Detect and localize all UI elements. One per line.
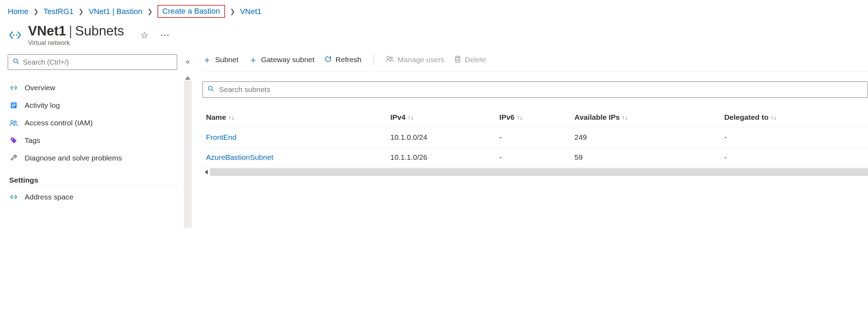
scroll-left-icon[interactable] <box>205 170 208 175</box>
svg-point-1 <box>16 34 17 36</box>
cell-delegated-to: - <box>721 147 868 168</box>
breadcrumb-highlight: Create a Bastion <box>157 5 225 18</box>
scrollbar-track[interactable] <box>210 168 868 176</box>
chevron-right-icon: ❯ <box>230 8 235 15</box>
search-icon <box>13 58 19 66</box>
sidebar-item-label: Activity log <box>25 101 60 110</box>
sidebar-item-label: Diagnose and solve problems <box>25 154 122 162</box>
title-block: VNet1 | Subnets Virtual network <box>28 24 124 47</box>
plus-icon: ＋ <box>202 55 212 64</box>
subnet-filter-input[interactable] <box>219 85 863 94</box>
svg-point-10 <box>11 120 13 123</box>
button-label: Refresh <box>335 55 361 64</box>
sidebar-item-diagnose[interactable]: Diagnose and solve problems <box>8 149 177 167</box>
svg-point-14 <box>13 197 14 198</box>
users-icon <box>386 55 394 65</box>
column-header-delegated-to[interactable]: Delegated to↑↓ <box>721 107 868 127</box>
toolbar-separator <box>373 54 374 65</box>
cell-name[interactable]: AzureBastionSubnet <box>202 147 387 168</box>
sort-icon: ↑↓ <box>515 114 523 121</box>
collapse-sidebar-button[interactable]: « <box>186 57 190 66</box>
column-label: IPv4 <box>390 113 405 121</box>
horizontal-scrollbar[interactable] <box>202 168 868 176</box>
sidebar-item-tags[interactable]: Tags <box>8 132 177 149</box>
cell-name[interactable]: FrontEnd <box>202 127 387 147</box>
button-label: Subnet <box>215 55 239 64</box>
svg-point-15 <box>14 197 15 198</box>
page-title-resource: VNet1 <box>28 24 66 39</box>
add-gateway-subnet-button[interactable]: ＋ Gateway subnet <box>249 55 315 64</box>
sidebar-search-input[interactable] <box>23 58 172 66</box>
svg-point-11 <box>14 121 17 123</box>
sidebar-item-overview[interactable]: Overview <box>8 79 177 97</box>
sidebar-item-label: Tags <box>25 136 40 145</box>
refresh-button[interactable]: Refresh <box>324 55 361 65</box>
favorite-button[interactable]: ☆ <box>140 30 148 41</box>
svg-point-16 <box>387 56 390 59</box>
svg-rect-8 <box>12 105 16 106</box>
toolbar: ＋ Subnet ＋ Gateway subnet Refresh Manage… <box>202 54 868 65</box>
table-header-row: Name↑↓ IPv4↑↓ IPv6↑↓ Available IPs↑↓ Del… <box>202 107 868 127</box>
column-header-ipv6[interactable]: IPv6↑↓ <box>496 107 571 127</box>
svg-point-17 <box>391 57 393 59</box>
refresh-icon <box>324 55 332 65</box>
wrench-icon <box>9 154 18 162</box>
svg-point-23 <box>208 86 212 90</box>
sidebar-item-label: Address space <box>25 193 73 201</box>
breadcrumb-vnet[interactable]: VNet1 <box>240 7 262 16</box>
button-label: Gateway subnet <box>261 55 315 64</box>
add-subnet-button[interactable]: ＋ Subnet <box>202 55 239 64</box>
title-separator: | <box>66 24 75 39</box>
more-actions-button[interactable]: ⋯ <box>160 30 170 41</box>
svg-line-3 <box>17 62 19 64</box>
sidebar-section-settings: Settings <box>8 167 177 186</box>
column-label: Available IPs <box>574 113 620 121</box>
svg-line-24 <box>212 90 214 92</box>
page-title: VNet1 | Subnets <box>28 24 124 39</box>
breadcrumb-vnet-bastion[interactable]: VNet1 | Bastion <box>89 7 142 16</box>
sort-icon: ↑↓ <box>226 114 234 121</box>
sort-icon: ↑↓ <box>769 114 777 121</box>
sort-icon: ↑↓ <box>405 114 413 121</box>
breadcrumb: Home ❯ TestRG1 ❯ VNet1 | Bastion ❯ Creat… <box>0 0 868 24</box>
page-subtitle: Virtual network <box>28 39 124 47</box>
sidebar-search[interactable] <box>8 54 177 70</box>
table-row[interactable]: FrontEnd 10.1.0.0/24 - 249 - <box>202 127 868 147</box>
sidebar-item-activity-log[interactable]: Activity log <box>8 97 177 114</box>
sidebar-item-address-space[interactable]: Address space <box>8 188 177 206</box>
breadcrumb-resource-group[interactable]: TestRG1 <box>44 7 74 16</box>
button-label: Manage users <box>398 55 444 64</box>
breadcrumb-home[interactable]: Home <box>8 7 28 16</box>
breadcrumb-create-bastion[interactable]: Create a Bastion <box>162 7 220 15</box>
tag-icon <box>9 137 18 144</box>
svg-rect-7 <box>12 104 16 104</box>
virtual-network-icon <box>8 28 22 42</box>
subnet-filter[interactable] <box>202 81 868 98</box>
svg-point-4 <box>12 87 13 88</box>
sidebar-item-label: Overview <box>25 84 56 92</box>
manage-users-button[interactable]: Manage users <box>386 55 444 65</box>
sidebar: Overview Activity log Access control (IA… <box>8 54 193 228</box>
cell-ipv4: 10.1.0.0/24 <box>387 127 496 147</box>
sidebar-nav: Overview Activity log Access control (IA… <box>8 79 177 206</box>
cell-available-ips: 249 <box>571 127 721 147</box>
plus-icon: ＋ <box>249 55 258 64</box>
scroll-up-icon[interactable] <box>185 76 191 80</box>
column-header-ipv4[interactable]: IPv4↑↓ <box>387 107 496 127</box>
svg-point-0 <box>13 34 14 36</box>
chevron-right-icon: ❯ <box>78 8 84 15</box>
table-row[interactable]: AzureBastionSubnet 10.1.1.0/26 - 59 - <box>202 147 868 168</box>
svg-point-5 <box>14 87 15 88</box>
delete-button[interactable]: Delete <box>454 55 486 65</box>
column-header-available-ips[interactable]: Available IPs↑↓ <box>571 107 721 127</box>
svg-point-12 <box>12 139 13 140</box>
sidebar-item-label: Access control (IAM) <box>25 119 93 127</box>
sidebar-item-iam[interactable]: Access control (IAM) <box>8 114 177 132</box>
chevron-right-icon: ❯ <box>33 8 39 15</box>
page-title-section: Subnets <box>75 24 124 39</box>
svg-rect-18 <box>456 57 460 62</box>
sort-icon: ↑↓ <box>620 114 628 121</box>
trash-icon <box>454 55 461 65</box>
column-header-name[interactable]: Name↑↓ <box>202 107 387 127</box>
sidebar-scrollbar[interactable] <box>184 80 192 228</box>
